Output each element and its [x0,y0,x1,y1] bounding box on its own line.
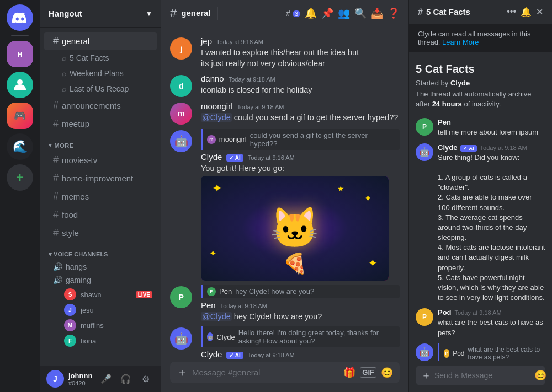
channel-name-meetup: meetup [62,119,89,128]
thread-title-text: 5 Cat Facts [426,7,470,17]
chat-input[interactable] [192,362,339,383]
thread-header-icons: ••• 🔔 ✕ [507,7,543,17]
server-icon-2[interactable] [7,72,33,98]
thread-item-5catfacts[interactable]: ⌕ 5 Cat Facts [44,50,157,66]
channel-list: # general ⌕ 5 Cat Facts ⌕ Weekend Plans … [40,28,161,366]
quote-moongirl: m moongirl could you send a gif to get t… [201,129,400,150]
thread-bell-icon[interactable]: 🔔 [521,7,532,17]
search-icon[interactable]: 🔍 [354,7,367,19]
channel-item-style[interactable]: # style [44,224,157,242]
help-icon[interactable]: ❓ [388,7,400,19]
msg-text-moongirl: @Clyde could you send a gif to get the s… [201,112,400,123]
channel-hash-icon: # [170,6,177,20]
thread-icon-header: # 3 [286,9,300,18]
msg-author-moongirl: moongirl [201,101,233,111]
user-controls: 🎤 🎧 ⚙ [97,370,155,388]
voice-user-jesu[interactable]: J jesu [44,302,157,318]
chat-input-icons: 🎁 GIF 😊 [343,367,393,379]
channel-item-announcements[interactable]: # announcements [44,96,157,115]
thread-msg-content-pod: Pod Today at 9:18 AM what are the best c… [438,308,545,337]
server-name: Hangout [49,9,82,18]
thread-more-icon[interactable]: ••• [507,7,516,17]
gif-icon[interactable]: GIF [360,367,376,378]
hash-icon-style: # [53,227,59,239]
deafen-button[interactable]: 🎧 [117,370,135,388]
emoji-icon[interactable]: 😊 [381,367,393,379]
msg-timestamp-clyde1: Today at 9:16 AM [248,154,295,161]
thread-quote-pod: P Pod what are the best cats to have as … [438,343,545,361]
cat-emoji: 🐱 [270,205,320,251]
voice-name-gaming: gaming [66,276,91,284]
channel-item-food[interactable]: # food [44,206,157,224]
channel-item-memes[interactable]: # memes [44,187,157,206]
channel-item-general[interactable]: # general [44,32,157,50]
msg-content-danno: danno Today at 9:18 AM iconlab is closed… [201,74,400,97]
members-icon[interactable]: 👥 [338,7,350,19]
server-icon-3[interactable]: 🎮 [7,103,33,129]
current-discriminator: #0420 [68,380,93,386]
avatar-clyde: 🤖 [170,130,192,152]
msg-text-pen1: @Clyde hey Clyde! how are you? [201,311,400,322]
thread-msg-author-pen: Pen [438,118,451,126]
thread-count-badge: 3 [293,10,300,17]
avatar-jesu: J [64,304,76,316]
pin-icon[interactable]: 📌 [321,7,333,19]
mute-button[interactable]: 🎤 [97,370,115,388]
add-server-button[interactable]: + [7,164,33,191]
voice-label: VOICE CHANNELS [54,251,108,257]
thread-close-icon[interactable]: ✕ [536,7,543,17]
msg-header-clyde2: Clyde ✓ AI Today at 9:18 AM [201,350,400,359]
voice-user-shawn[interactable]: S shawn LIVE [44,287,157,302]
add-message-icon[interactable]: ＋ [177,365,188,380]
voice-channel-hangs[interactable]: 🔊 hangs [44,260,157,273]
chevron-down-icon: ▼ [146,10,152,18]
msg-header-jep: jep Today at 9:18 AM [201,36,400,46]
settings-button[interactable]: ⚙ [137,370,155,388]
current-username: johnnn [68,372,93,380]
server-header[interactable]: Hangout ▼ [40,0,161,28]
thread-emoji-icon[interactable]: 😊 [534,369,546,382]
table-row: 🤖 m moongirl could you send a gif to get… [161,128,408,282]
inbox-icon[interactable]: 📥 [371,7,383,19]
voice-channel-gaming[interactable]: 🔊 gaming [44,273,157,287]
channel-item-meetup[interactable]: # meetup [44,115,157,133]
channel-item-homeimprove[interactable]: # home-improvement [44,169,157,187]
voice-user-muffins[interactable]: M muffins [44,318,157,333]
thread-panel: # 5 Cat Facts ••• 🔔 ✕ Clyde can read all… [408,0,552,392]
thread-panel-title: # 5 Cat Facts [418,7,470,17]
thread-msg-text-pen: tell me more about lorem ipsum [438,127,545,137]
quote-text-clyde2: Hello there! I'm doing great today, than… [238,329,395,345]
thread-msg-time-clyde: Today at 9:18 AM [480,144,527,151]
thread-name-5catfacts: 5 Cat Facts [70,53,109,62]
list-item: 🤖 Clyde ✓ AI Today at 9:18 AM Sure thing… [416,143,545,303]
channel-name-general: general [62,36,89,46]
msg-content-jep: jep Today at 9:18 AM I wanted to explore… [201,36,400,69]
server-icon-hangout[interactable]: H [7,41,33,67]
quote-avatar: m [207,135,216,144]
thread-message-input[interactable] [434,366,531,385]
thread-archive-note: The thread will automatically archive af… [416,89,545,109]
svg-point-0 [17,79,23,85]
thread-avatar-pod: P [416,308,433,326]
thread-item-lastofus[interactable]: ⌕ Last of Us Recap [44,81,157,96]
hash-icon-memes: # [53,191,59,202]
server-icon-4[interactable]: 🌊 [7,133,33,160]
voice-user-fiona[interactable]: F fiona [44,333,157,348]
username-shawn: shawn [81,291,102,299]
list-item: P Pod Today at 9:18 AM what are the best… [416,308,545,337]
avatar-shawn: S [64,288,76,300]
thread-title-section: 5 Cat Facts Started by Clyde The thread … [416,58,545,118]
thread-add-icon[interactable]: ＋ [421,369,431,382]
learn-more-link[interactable]: Learn More [442,38,479,46]
gift-icon[interactable]: 🎁 [343,367,355,379]
discord-home-button[interactable] [7,4,33,31]
username-fiona: fiona [81,337,96,345]
more-section-header[interactable]: ▾ MORE [40,133,161,151]
channel-item-movies[interactable]: # movies-tv [44,151,157,169]
bell-icon[interactable]: 🔔 [305,7,317,19]
voice-channels-header[interactable]: ▾ VOICE CHANNELS [40,242,161,260]
thread-panel-header: # 5 Cat Facts ••• 🔔 ✕ [409,0,552,24]
channel-sidebar: Hangout ▼ # general ⌕ 5 Cat Facts ⌕ Week… [40,0,161,392]
thread-item-weekendplans[interactable]: ⌕ Weekend Plans [44,66,157,81]
thread-quote-author-pod: Pod [453,350,464,357]
